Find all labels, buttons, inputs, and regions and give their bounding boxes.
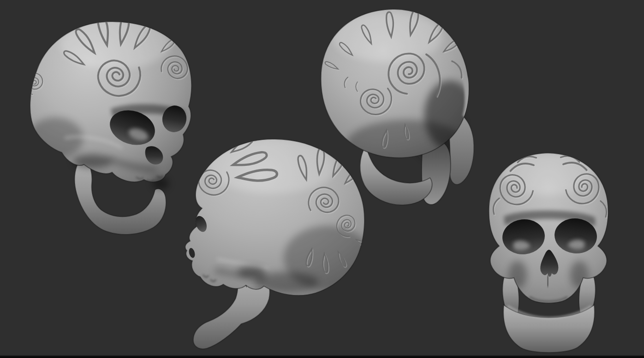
skull-view-profile-left[interactable] bbox=[185, 136, 371, 349]
skull-renders-canvas bbox=[0, 0, 644, 355]
canvas-bottom-edge bbox=[0, 355, 644, 358]
skull-view-three-quarter[interactable] bbox=[22, 13, 191, 235]
sculpt-viewport[interactable] bbox=[0, 0, 644, 358]
skull-view-front[interactable] bbox=[489, 153, 609, 352]
